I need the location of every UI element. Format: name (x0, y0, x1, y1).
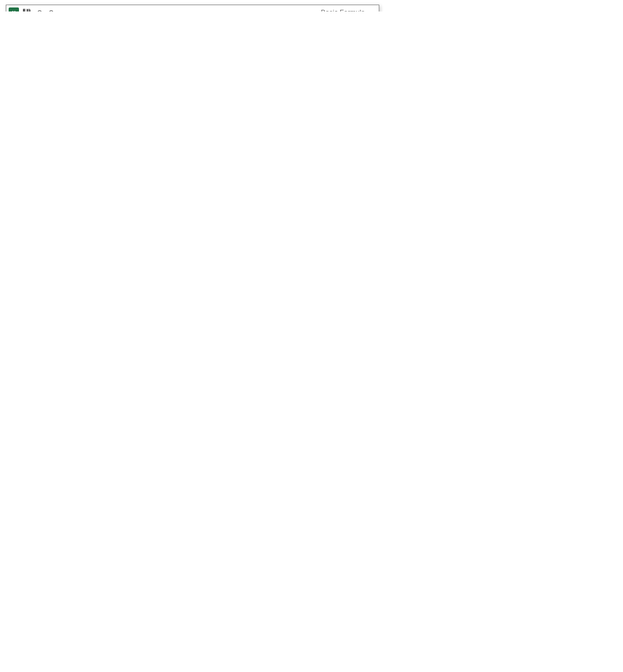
titlebar: X 💾 ↶ ↷ Basic Formula (6, 5, 379, 11)
qat-customize[interactable] (59, 7, 70, 12)
excel-window-1: X 💾 ↶ ↷ Basic Formula FILE HOME INSERT P… (6, 5, 379, 11)
window-title: Basic Formula (321, 9, 365, 12)
undo-icon[interactable]: ↶ (34, 7, 44, 12)
excel-icon: X (9, 7, 19, 12)
save-icon[interactable]: 💾 (21, 7, 32, 12)
redo-icon[interactable]: ↷ (47, 7, 57, 12)
